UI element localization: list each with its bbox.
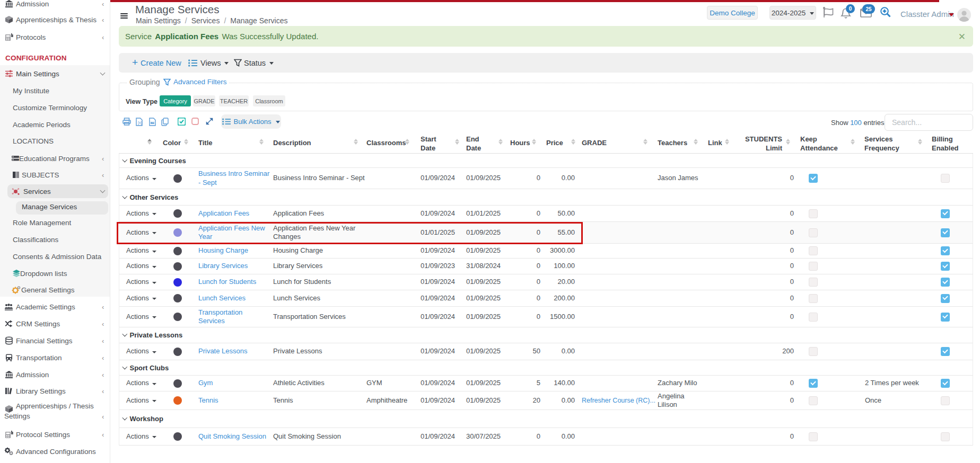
svg-text:CSV: CSV	[151, 122, 155, 124]
svg-text:[x]: [x]	[138, 121, 142, 125]
